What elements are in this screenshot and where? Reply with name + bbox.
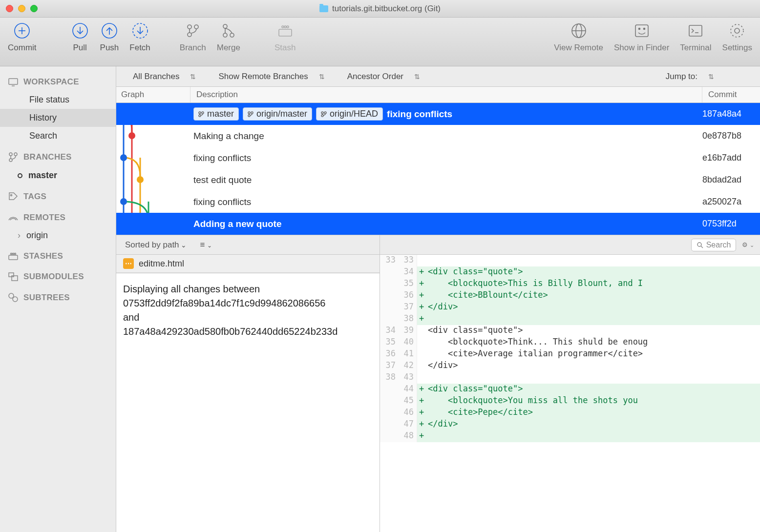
- sb-header-workspace[interactable]: WORKSPACE: [0, 73, 116, 91]
- commit-hash: 187a48a4: [702, 109, 760, 119]
- svg-point-14: [230, 33, 234, 37]
- stash-icon: [276, 21, 295, 40]
- fullscreen-window-button[interactable]: [30, 5, 38, 12]
- diff-line: 46+ <cite>Pepe</cite>: [380, 407, 760, 419]
- svg-point-12: [223, 24, 227, 28]
- svg-rect-39: [9, 273, 14, 277]
- svg-point-56: [248, 112, 250, 114]
- col-description[interactable]: Description: [190, 87, 702, 102]
- svg-point-37: [13, 253, 14, 255]
- svg-point-28: [731, 24, 743, 37]
- sidebar: WORKSPACE File status History Search BRA…: [0, 66, 116, 532]
- svg-point-9: [188, 25, 191, 29]
- commit-list: masterorigin/masterorigin/HEADfixing con…: [116, 103, 760, 235]
- view-remote-button[interactable]: View Remote: [554, 21, 603, 53]
- commit-row[interactable]: test edit quote8bdad2ad: [116, 169, 760, 191]
- window-title: tutorials.git.bitbucket.org (Git): [332, 4, 441, 14]
- jump-to[interactable]: Jump to:: [666, 72, 714, 82]
- sidebar-remote-origin[interactable]: origin: [0, 226, 116, 245]
- commit-row[interactable]: fixing conflictse16b7add: [116, 147, 760, 169]
- commit-row[interactable]: Making a change0e8787b8: [116, 125, 760, 147]
- diff-line: 44+<div class="quote">: [380, 384, 760, 395]
- col-graph[interactable]: Graph: [116, 87, 190, 102]
- svg-point-24: [643, 28, 645, 30]
- commit-hash: 0e8787b8: [702, 131, 760, 141]
- svg-point-36: [11, 253, 12, 255]
- current-branch-icon: [18, 173, 22, 178]
- merge-button[interactable]: Merge: [217, 21, 240, 53]
- commit-row[interactable]: masterorigin/masterorigin/HEADfixing con…: [116, 103, 760, 125]
- fetch-button[interactable]: Fetch: [129, 21, 150, 53]
- svg-point-61: [324, 112, 326, 114]
- titlebar: tutorials.git.bitbucket.org (Git): [0, 0, 760, 18]
- branch-tag[interactable]: origin/HEAD: [316, 107, 383, 121]
- diff-line: 34+<div class="quote">: [380, 266, 760, 278]
- svg-point-62: [697, 243, 701, 246]
- sb-header-submodules[interactable]: SUBMODULES: [0, 268, 116, 286]
- diff-search[interactable]: Search: [691, 239, 737, 251]
- gear-icon: [728, 21, 746, 40]
- diff-line: 36+ <cite>BBlount</cite>: [380, 290, 760, 302]
- sidebar-item-search[interactable]: Search: [0, 127, 116, 145]
- filter-order[interactable]: Ancestor Order: [347, 72, 420, 82]
- col-commit[interactable]: Commit: [702, 87, 760, 102]
- commit-row[interactable]: fixing conflictsa250027a: [116, 191, 760, 213]
- stash-button[interactable]: Stash: [274, 21, 296, 53]
- sb-header-branches[interactable]: BRANCHES: [0, 148, 116, 166]
- sb-header-stashes[interactable]: STASHES: [0, 247, 116, 265]
- branch-button[interactable]: Branch: [180, 21, 206, 53]
- diff-line: 3439<div class="quote">: [380, 325, 760, 337]
- svg-point-16: [282, 26, 284, 28]
- sb-header-subtrees[interactable]: SUBTREES: [0, 288, 116, 307]
- sidebar-item-history[interactable]: History: [0, 109, 116, 127]
- diff-view[interactable]: 333334+<div class="quote">35+ <blockquot…: [380, 255, 760, 532]
- show-in-finder-button[interactable]: Show in Finder: [614, 21, 669, 53]
- sidebar-branch-master[interactable]: master: [0, 166, 116, 184]
- filter-remote[interactable]: Show Remote Branches: [218, 72, 324, 82]
- diff-line: 3540 <blockquote>Think... This shuld be …: [380, 337, 760, 348]
- svg-point-23: [638, 28, 640, 30]
- svg-line-63: [701, 246, 703, 248]
- file-modified-icon: ⋯: [123, 258, 134, 269]
- sb-header-tags[interactable]: TAGS: [0, 187, 116, 206]
- push-icon: [100, 21, 119, 40]
- file-row[interactable]: ⋯ editme.html: [116, 255, 380, 273]
- sb-header-remotes[interactable]: REMOTES: [0, 209, 116, 226]
- pull-button[interactable]: Pull: [71, 21, 89, 53]
- svg-point-17: [284, 26, 286, 28]
- table-header: Graph Description Commit: [116, 87, 760, 103]
- commit-button[interactable]: Commit: [8, 21, 37, 53]
- terminal-icon: [686, 21, 705, 40]
- minimize-window-button[interactable]: [18, 5, 25, 12]
- file-name: editme.html: [139, 259, 184, 269]
- sort-dropdown[interactable]: Sorted by path: [125, 240, 187, 250]
- diff-line: 48+: [380, 430, 760, 442]
- filter-branches[interactable]: All Branches: [133, 72, 196, 82]
- diff-line: 35+ <blockquote>This is Billy Blount, an…: [380, 278, 760, 290]
- search-icon: [697, 242, 703, 248]
- branch-icon: [184, 21, 202, 40]
- sidebar-item-file-status[interactable]: File status: [0, 91, 116, 109]
- svg-rect-35: [9, 255, 18, 260]
- svg-point-10: [188, 33, 191, 37]
- svg-point-38: [15, 253, 16, 255]
- diff-settings-gear-icon[interactable]: ⚙︎ ⌄: [742, 241, 754, 248]
- branch-tag[interactable]: origin/master: [243, 107, 312, 121]
- diff-line: 47+</div>: [380, 419, 760, 430]
- branch-tag[interactable]: master: [193, 107, 239, 121]
- svg-point-34: [11, 195, 12, 196]
- commit-description: Adding a new quote: [193, 219, 282, 229]
- svg-rect-29: [9, 79, 18, 84]
- push-button[interactable]: Push: [100, 21, 119, 53]
- commit-row[interactable]: Adding a new quote0753ff2d: [116, 213, 760, 235]
- diff-line: 3333: [380, 255, 760, 266]
- globe-icon: [570, 21, 588, 40]
- svg-point-55: [202, 112, 204, 114]
- list-view-toggle[interactable]: ≡ ⌄: [200, 240, 212, 250]
- close-window-button[interactable]: [6, 5, 13, 12]
- terminal-button[interactable]: Terminal: [680, 21, 711, 53]
- settings-button[interactable]: Settings: [722, 21, 752, 53]
- svg-point-57: [248, 115, 250, 117]
- commit-description: fixing conflicts: [387, 109, 452, 120]
- svg-point-59: [321, 112, 323, 114]
